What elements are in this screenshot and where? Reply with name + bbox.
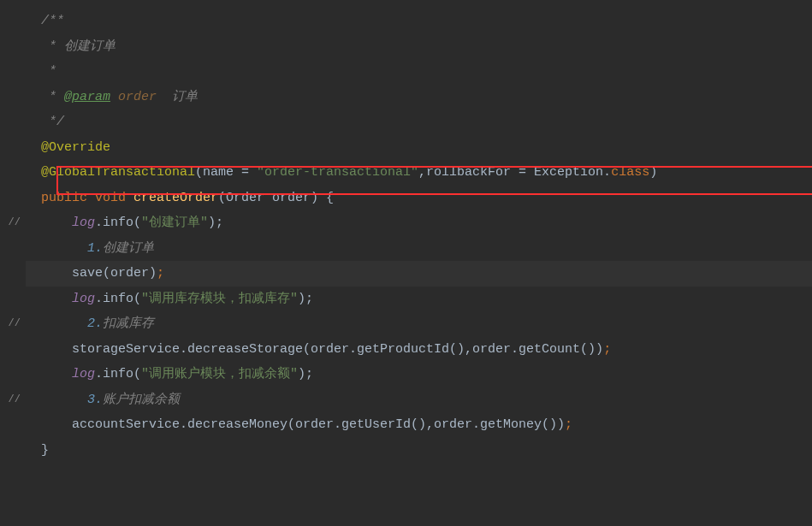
code-text: storageService.decreaseStorage(order.get… <box>72 342 603 357</box>
code-line[interactable]: */ <box>26 109 812 135</box>
code-text: ); <box>208 216 223 230</box>
semicolon: ; <box>565 417 572 432</box>
code-text: .info( <box>95 292 141 306</box>
keyword: public <box>41 191 87 205</box>
field-ref: log <box>72 367 95 381</box>
code-text: .info( <box>95 367 141 381</box>
string-literal: "调用账户模块，扣减余额" <box>141 367 298 381</box>
code-text: accountService.decreaseMoney(order.getUs… <box>72 417 565 432</box>
comment-num: 1. <box>87 241 103 256</box>
field-ref: log <box>72 216 95 230</box>
code-text: save(order) <box>72 266 157 281</box>
code-line[interactable]: 1.创建订单 <box>26 236 812 262</box>
semicolon: ; <box>157 266 164 281</box>
comment-text: */ <box>41 115 64 129</box>
comment-text: 创建订单 <box>103 241 154 256</box>
comment-text: 扣减库存 <box>103 316 154 331</box>
comment-text: * <box>41 64 56 79</box>
code-line[interactable]: } <box>26 438 812 464</box>
code-line-current[interactable]: save(order); <box>26 261 812 287</box>
code-line[interactable]: public void createOrder(Order order) { <box>26 186 812 211</box>
code-text: ); <box>298 292 313 306</box>
string-literal: "调用库存模块，扣减库存" <box>141 292 298 306</box>
code-text: ,rollbackFor = Exception. <box>418 165 611 180</box>
keyword: class <box>611 165 649 180</box>
gutter-comment: // <box>0 387 26 413</box>
code-line[interactable]: * @param order 订单 <box>26 85 812 110</box>
keyword: void <box>95 191 126 205</box>
gutter-comment: // <box>0 311 26 337</box>
doc-param: order <box>110 90 172 104</box>
code-line[interactable]: storageService.decreaseStorage(order.get… <box>26 337 812 363</box>
code-line[interactable]: log.info("创建订单"); <box>26 210 812 236</box>
code-line[interactable]: * 创建订单 <box>26 34 812 60</box>
code-text: (name = <box>195 165 257 180</box>
gutter-comment: // <box>0 210 26 236</box>
comment-text: * <box>41 39 64 54</box>
code-line[interactable]: log.info("调用库存模块，扣减库存"); <box>26 287 812 312</box>
code-text: (Order order) { <box>218 191 334 205</box>
comment-text: /** <box>41 14 64 28</box>
code-text: ) <box>649 165 657 180</box>
comment-text: 账户扣减余额 <box>103 393 180 407</box>
code-text: .info( <box>95 216 141 230</box>
code-line[interactable]: /** <box>26 9 812 34</box>
field-ref: log <box>72 292 95 306</box>
string-literal: "order-transactional" <box>257 165 418 180</box>
line-gutter: // // // <box>0 0 26 526</box>
comment-text: * <box>41 90 64 104</box>
code-line[interactable]: @GlobalTransactional(name = "order-trans… <box>26 160 812 186</box>
comment-num: 3. <box>87 393 103 407</box>
doc-tag: @param <box>64 90 110 104</box>
code-line[interactable] <box>26 463 812 488</box>
comment-text: 创建订单 <box>64 39 116 54</box>
comment-text: 订单 <box>172 90 198 104</box>
string-literal: "创建订单" <box>141 216 208 230</box>
code-line[interactable]: log.info("调用账户模块，扣减余额"); <box>26 362 812 387</box>
annotation: @GlobalTransactional <box>41 165 195 180</box>
code-line[interactable]: * <box>26 59 812 85</box>
code-line[interactable]: 2.扣减库存 <box>26 311 812 337</box>
method-name: createOrder <box>133 191 218 205</box>
code-line[interactable]: accountService.decreaseMoney(order.getUs… <box>26 412 812 438</box>
brace: } <box>41 443 49 458</box>
code-editor[interactable]: /** * 创建订单 * * @param order 订单 */ @Overr… <box>26 0 812 526</box>
annotation: @Override <box>41 140 110 155</box>
code-text: ); <box>298 367 313 381</box>
comment-num: 2. <box>87 316 103 331</box>
code-line[interactable]: 3.账户扣减余额 <box>26 387 812 413</box>
code-line[interactable]: @Override <box>26 135 812 161</box>
semicolon: ; <box>603 342 611 357</box>
